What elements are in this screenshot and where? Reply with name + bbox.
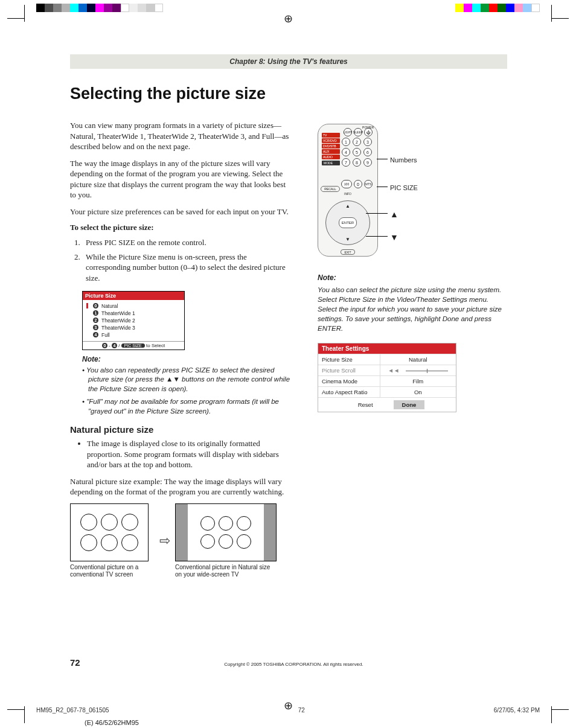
remote-number-pad: 123 456 789	[342, 138, 373, 167]
osd-title: Picture Size	[83, 292, 184, 300]
osd-label: TheaterWide 2	[101, 318, 135, 324]
remote-dash-button: 100	[341, 180, 352, 188]
bullet-item: The image is displayed close to its orig…	[87, 438, 293, 470]
note-heading: Note:	[82, 355, 293, 363]
osd-label: TheaterWide 3	[101, 325, 135, 331]
crop-mark	[552, 18, 569, 19]
printer-color-bar-right	[455, 4, 540, 12]
osd-num: 3	[93, 325, 98, 330]
leader-line	[366, 236, 388, 237]
page-number: 72	[70, 657, 80, 668]
crop-mark	[551, 706, 552, 723]
remote-diagram: POWER LIGHT SLEEP ⏻ TV VCR/DVD DVD/STB A…	[318, 124, 507, 257]
osd-num: 4	[93, 332, 98, 337]
procedure-heading: To select the picture size:	[70, 223, 293, 232]
leader-line	[377, 159, 388, 159]
remote-sleep-button: SLEEP	[354, 128, 362, 136]
slug-date: 6/27/05, 4:32 PM	[494, 707, 540, 714]
reset-button: Reset	[350, 400, 382, 409]
osd-label: Natural	[101, 303, 118, 309]
crop-mark	[551, 5, 552, 22]
note-item: • "Full" may not be available for some p…	[88, 397, 293, 416]
slug-model: (E) 46/52/62HM95	[85, 719, 139, 726]
osd-footer: 0 - 4 / PIC SIZE to Select	[83, 341, 184, 350]
crop-mark	[552, 709, 569, 710]
crop-mark	[24, 706, 25, 723]
theater-settings-osd: Theater Settings Picture SizeNatural Pic…	[318, 343, 456, 412]
page-title: Selecting the picture size	[70, 85, 507, 103]
right-column: POWER LIGHT SLEEP ⏻ TV VCR/DVD DVD/STB A…	[318, 120, 507, 578]
diagram-row: Conventional picture on a conventional T…	[70, 503, 293, 578]
registration-mark-top: ⊕	[284, 12, 293, 25]
highlight-bar	[86, 303, 88, 308]
diagram-caption: Conventional picture in Natural size on …	[175, 564, 278, 578]
crop-mark	[7, 709, 24, 710]
diagram-caption: Conventional picture on a conventional T…	[70, 564, 155, 578]
remote-recall-button: RECALL	[321, 186, 340, 192]
note-heading: Note:	[318, 273, 507, 282]
remote-input-buttons: TV VCR/DVD DVD/STB AUX AUDIO MODE	[322, 133, 340, 166]
osd-label: Full	[101, 332, 110, 338]
crop-mark	[7, 18, 24, 19]
printer-color-bar-left	[36, 4, 163, 12]
note-item: • You also can repeatedly press PIC SIZE…	[88, 366, 293, 394]
remote-dpad: ENTER ▲ ▼	[325, 200, 370, 245]
osd-num: 0	[93, 303, 98, 308]
print-slug: HM95_R2_067-78_061505 72 6/27/05, 4:32 P…	[36, 707, 540, 714]
section-heading: Natural picture size	[70, 424, 293, 435]
callout-label: Numbers	[390, 156, 417, 164]
done-button: Done	[394, 400, 425, 409]
remote-power-button: ⏻	[364, 128, 373, 136]
leader-line	[366, 213, 388, 214]
remote-enter-button: ENTER	[339, 217, 357, 228]
remote-exit-button: EXIT	[341, 249, 355, 255]
osd-num: 1	[93, 310, 98, 316]
page-content: Chapter 8: Using the TV's features Selec…	[70, 54, 507, 670]
callout-label: PIC SIZE	[390, 184, 418, 191]
osd-label: TheaterWide 1	[101, 310, 135, 316]
note-block: Note: • You also can repeatedly press PI…	[82, 355, 293, 417]
leader-line	[377, 187, 388, 187]
remote-zero-button: 0	[354, 180, 362, 188]
example-para: Natural picture size example: The way th…	[70, 476, 293, 497]
intro-para: Your picture size preferences can be sav…	[70, 206, 293, 217]
slider: ◄◄	[380, 365, 456, 375]
up-arrow-icon: ▲	[390, 209, 398, 219]
widescreen-tv-diagram	[175, 503, 277, 561]
sidebar-note: Note: You also can select the picture si…	[318, 273, 507, 333]
slug-page: 72	[298, 707, 305, 714]
chapter-header: Chapter 8: Using the TV's features	[70, 54, 507, 69]
intro-para: The way the image displays in any of the…	[70, 158, 293, 200]
intro-para: You can view many program formats in a v…	[70, 120, 293, 152]
picture-size-osd: Picture Size 0Natural 1TheaterWide 1 2Th…	[82, 291, 185, 350]
remote-mts-button: MTS	[364, 180, 373, 188]
down-arrow-icon: ▼	[390, 232, 398, 242]
remote-info-label: INFO	[344, 192, 351, 196]
arrow-right-icon: ⇨	[159, 533, 170, 549]
copyright-text: Copyright © 2005 TOSHIBA CORPORATION. Al…	[224, 662, 363, 667]
step-item: While the Picture Size menu is on-screen…	[82, 252, 293, 284]
slug-file: HM95_R2_067-78_061505	[36, 707, 109, 714]
conventional-tv-diagram	[70, 503, 149, 561]
step-item: Press PIC SIZE on the remote control.	[82, 237, 293, 248]
note-body: You also can select the picture size usi…	[318, 285, 507, 333]
page-footer: 72 Copyright © 2005 TOSHIBA CORPORATION.…	[70, 657, 507, 668]
crop-mark	[24, 5, 25, 22]
left-column: You can view many program formats in a v…	[70, 120, 293, 578]
osd-num: 2	[93, 318, 98, 323]
settings-title: Theater Settings	[318, 343, 456, 354]
remote-light-button: LIGHT	[344, 128, 352, 136]
